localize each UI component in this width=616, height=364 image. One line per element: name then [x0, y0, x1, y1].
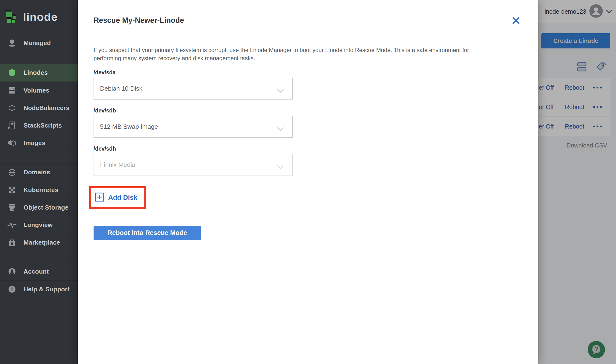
- annotation-highlight: Add Disk: [89, 186, 146, 209]
- sidebar-item-kubernetes[interactable]: Kubernetes: [0, 181, 86, 198]
- sidebar-item-volumes[interactable]: Volumes: [0, 81, 86, 99]
- kubernetes-icon: [7, 185, 17, 195]
- close-icon: [511, 16, 521, 26]
- add-disk-label: Add Disk: [108, 194, 137, 201]
- background-page: inode-demo123 Create a Linode: [538, 0, 616, 364]
- sidebar-item-longview[interactable]: Longview: [0, 216, 86, 234]
- modal-description: If you suspect that your primary filesys…: [93, 46, 482, 62]
- plus-box-icon: [95, 193, 104, 202]
- longview-icon: [7, 220, 17, 230]
- sidebar-item-label: Marketplace: [24, 239, 60, 246]
- help-icon: ?: [7, 284, 17, 294]
- rescue-modal: Rescue My-Newer-Linode If you suspect th…: [78, 0, 538, 364]
- chevron-down-icon: [276, 163, 284, 171]
- linode-cloud-manager: linode Managed: [0, 0, 616, 364]
- object-storage-icon: [7, 203, 17, 212]
- sidebar-item-domains[interactable]: Domains: [0, 164, 86, 181]
- chevron-down-icon: [276, 125, 284, 133]
- sidebar-item-linodes[interactable]: Linodes: [0, 64, 86, 81]
- sidebar-item-label: Object Storage: [24, 204, 69, 211]
- stackscripts-icon: [7, 121, 17, 130]
- sidebar-nav: Managed Linodes: [0, 34, 86, 298]
- nav-group-managed: Managed: [0, 34, 86, 52]
- field-label: /dev/sda: [93, 69, 538, 76]
- volumes-icon: [7, 86, 17, 95]
- dev-sda-select[interactable]: Debian 10 Disk: [93, 78, 293, 100]
- sidebar-item-label: Images: [24, 139, 45, 147]
- images-icon: [7, 138, 17, 148]
- sidebar-item-label: Managed: [24, 39, 51, 47]
- linodes-icon: [7, 68, 17, 78]
- sidebar-item-managed[interactable]: Managed: [0, 34, 86, 52]
- field-dev-sda: /dev/sda Debian 10 Disk: [93, 69, 538, 100]
- field-label: /dev/sdb: [93, 107, 538, 114]
- select-value: 512 MB Swap Image: [100, 123, 158, 130]
- sidebar-item-label: Volumes: [24, 87, 49, 94]
- sidebar-item-label: Account: [24, 268, 49, 275]
- sidebar-item-label: NodeBalancers: [24, 104, 70, 112]
- sidebar-item-marketplace[interactable]: Marketplace: [0, 234, 86, 251]
- sidebar-item-label: Kubernetes: [24, 186, 58, 194]
- reboot-into-rescue-mode-button[interactable]: Reboot into Rescue Mode: [93, 226, 201, 240]
- marketplace-icon: [7, 238, 17, 247]
- sidebar-item-label: Domains: [24, 169, 50, 176]
- sidebar-item-nodebalancers[interactable]: NodeBalancers: [0, 99, 86, 117]
- sidebar-item-label: Linodes: [24, 69, 48, 77]
- nav-group-account: Account ? Help & Support: [0, 262, 86, 298]
- dev-sdh-select[interactable]: Finnix Media: [93, 154, 293, 176]
- sidebar-item-object-storage[interactable]: Object Storage: [0, 198, 86, 216]
- account-icon: [7, 267, 17, 276]
- nav-group-services: Domains: [0, 163, 86, 251]
- sidebar-item-stackscripts[interactable]: StackScripts: [0, 117, 86, 134]
- add-disk-button[interactable]: Add Disk: [91, 188, 144, 207]
- nav-group-compute: Linodes Volumes: [0, 64, 86, 152]
- field-dev-sdb: /dev/sdb 512 MB Swap Image: [93, 107, 538, 138]
- sidebar-item-label: StackScripts: [24, 122, 62, 129]
- linode-logo-text: linode: [23, 10, 58, 24]
- close-button[interactable]: [511, 16, 521, 26]
- sidebar-item-help-support[interactable]: ? Help & Support: [0, 280, 86, 298]
- linode-logo-icon: [4, 9, 19, 26]
- select-value: Finnix Media: [100, 161, 135, 169]
- sidebar-item-label: Help & Support: [24, 286, 70, 293]
- sidebar-item-images[interactable]: Images: [0, 134, 86, 152]
- sidebar-item-label: Longview: [24, 221, 53, 229]
- modal-backdrop[interactable]: [538, 0, 616, 364]
- field-label: /dev/sdh: [93, 145, 538, 152]
- svg-text:?: ?: [10, 286, 13, 292]
- select-value: Debian 10 Disk: [100, 85, 142, 92]
- managed-icon: [7, 38, 17, 48]
- nodebalancers-icon: [7, 103, 17, 113]
- dev-sdb-select[interactable]: 512 MB Swap Image: [93, 116, 293, 138]
- chevron-down-icon: [276, 87, 284, 94]
- modal-title: Rescue My-Newer-Linode: [93, 16, 538, 25]
- sidebar-item-account[interactable]: Account: [0, 263, 86, 280]
- field-dev-sdh: /dev/sdh Finnix Media: [93, 145, 538, 176]
- domains-icon: [7, 168, 17, 177]
- sidebar: linode Managed: [0, 0, 86, 364]
- linode-logo[interactable]: linode: [0, 0, 86, 34]
